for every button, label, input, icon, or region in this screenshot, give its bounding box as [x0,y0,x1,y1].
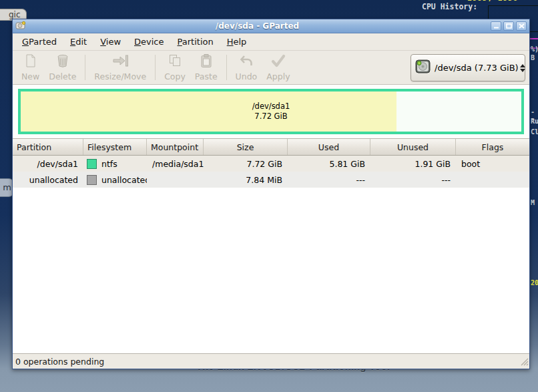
monitor-edge-fragment: Cl [531,128,538,136]
cpu-history-label: CPU History: [422,2,477,11]
maximize-button[interactable] [503,21,514,31]
header-unused[interactable]: Unused [370,139,456,155]
cell-filesystem: unallocated [83,172,147,188]
header-partition[interactable]: Partition [13,139,83,155]
table-empty-area [13,188,529,353]
copy-icon [168,53,182,71]
menu-view[interactable]: View [93,35,127,49]
device-selector-value: /dev/sda (7.73 GiB) [435,63,519,73]
monitor-edge-fragment: M [531,199,535,206]
table-row-sda1[interactable]: /dev/sda1 ntfs /media/sda1 7.72 GiB 5.81… [13,156,529,172]
monitor-edge-fragment: %) [531,45,538,53]
operations-pending-status: 0 operations pending [15,357,104,367]
unallocated-color-swatch [87,175,97,185]
partition-visual-label: /dev/sda1 7.72 GiB [21,91,521,132]
ntfs-color-swatch [87,159,97,169]
header-used[interactable]: Used [288,139,370,155]
monitor-edge-line [529,38,538,39]
undo-icon [239,53,254,71]
cell-size: 7.72 GiB [204,156,288,172]
apply-icon [270,53,286,71]
device-selector[interactable]: /dev/sda (7.73 GiB) [411,54,525,81]
menu-edit[interactable]: Edit [63,35,93,49]
undo-button[interactable]: Undo [231,52,262,83]
menubar: GParted Edit View Device Partition Help [13,33,529,51]
cell-unused: 1.91 GiB [370,156,456,172]
header-size[interactable]: Size [204,139,288,155]
harddisk-icon [415,59,431,76]
cell-unused: --- [370,172,456,188]
toolbar: New Delete Resize/Move Copy Paste [13,51,529,85]
resize-move-icon [111,53,129,71]
cell-filesystem: ntfs [83,156,147,172]
copy-button[interactable]: Copy [160,52,190,83]
monitor-edge-fragment: 20 [531,279,538,286]
resize-move-button[interactable]: Resize/Move [89,52,151,83]
cell-mountpoint: /media/sda1 [147,156,204,172]
cell-partition: unallocated [13,172,83,188]
toolbar-separator [155,55,156,80]
table-row-unallocated[interactable]: unallocated unallocated 7.84 MiB --- --- [13,172,529,188]
partition-visual-panel: /dev/sda1 7.72 GiB [13,85,529,139]
paste-button[interactable]: Paste [190,52,222,83]
menu-device[interactable]: Device [127,35,170,49]
gparted-window: /dev/sda - GParted GParted Edit View Dev… [12,19,530,369]
minimize-button[interactable] [491,21,501,31]
cell-mountpoint [147,172,204,188]
cell-size: 7.84 MiB [204,172,288,188]
apply-button[interactable]: Apply [262,52,294,83]
paste-icon [199,53,214,71]
cell-flags [456,172,529,188]
header-filesystem[interactable]: Filesystem [83,139,147,155]
cell-used: 5.81 GiB [288,156,370,172]
monitor-clipped-line: 1885, 1856 [467,0,538,3]
delete-button[interactable]: Delete [44,52,81,83]
toolbar-separator [226,55,227,80]
monitor-edge-fragment: B [531,54,535,61]
menu-help[interactable]: Help [220,35,254,49]
header-flags[interactable]: Flags [456,139,529,155]
cell-used: --- [288,172,370,188]
window-title: /dev/sda - GParted [26,21,489,31]
new-button[interactable]: New [17,52,44,83]
partition-sda1-visual[interactable]: /dev/sda1 7.72 GiB [18,89,524,134]
menu-gparted[interactable]: GParted [15,35,63,49]
resize-grip[interactable] [519,356,529,368]
new-icon [23,53,38,71]
statusbar: 0 operations pending [13,353,529,369]
toolbar-separator [85,55,85,80]
partition-table-header: Partition Filesystem Mountpoint Size Use… [13,139,529,156]
delete-icon [55,53,70,71]
titlebar[interactable]: /dev/sda - GParted [13,19,529,33]
cell-partition: /dev/sda1 [13,156,83,172]
gparted-app-icon [15,20,26,33]
close-button[interactable] [516,21,527,31]
menu-partition[interactable]: Partition [171,35,220,49]
device-selector-spinner-icon[interactable] [519,64,527,72]
header-mountpoint[interactable]: Mountpoint [147,139,204,155]
cell-flags: boot [456,156,529,172]
monitor-edge-fragment: Ru [531,118,538,125]
